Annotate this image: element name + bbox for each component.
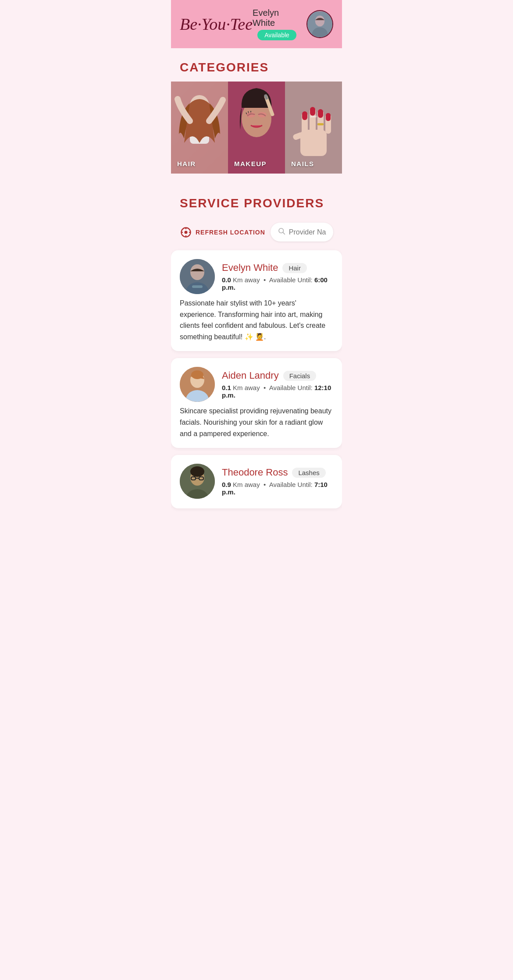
provider-top-aiden: Aiden Landry Facials 0.1 Km away • Avail… [180,367,333,402]
category-makeup-label: MAKEUP [234,160,267,167]
provider-card-evelyn[interactable]: Evelyn White Hair 0.0 Km away • Availabl… [171,250,342,351]
app-logo: Be·You·Tee [180,16,253,32]
service-providers-title: SERVICE PROVIDERS [171,184,342,217]
provider-info-aiden: Aiden Landry Facials 0.1 Km away • Avail… [222,370,333,399]
categories-grid: HAIR [171,82,342,174]
category-nails[interactable]: love NAILS [285,82,342,174]
refresh-location-button[interactable]: REFRESH LOCATION [180,226,265,238]
provider-name-row-aiden: Aiden Landry Facials [222,370,333,381]
provider-meta-evelyn: 0.0 Km away • Available Until: 6:00 p.m. [222,276,333,291]
categories-title: CATEGORIES [171,48,342,82]
provider-info-theodore: Theodore Ross Lashes 0.9 Km away • Avail… [222,467,333,496]
category-hair[interactable]: HAIR [171,82,228,174]
availability-badge: Available [257,30,296,40]
provider-category-evelyn: Hair [282,263,307,273]
svg-rect-19 [302,111,307,120]
provider-name-theodore: Theodore Ross [222,467,288,478]
main-content: CATEGORIES [171,48,342,508]
provider-category-aiden: Facials [283,371,317,381]
provider-avatar-aiden [180,367,215,402]
svg-rect-24 [317,123,324,125]
app-header: Be·You·Tee Evelyn White Available [171,0,342,48]
provider-name-row-theodore: Theodore Ross Lashes [222,467,333,478]
svg-point-40 [191,370,203,379]
provider-name-evelyn: Evelyn White [222,262,278,273]
header-user-info: Evelyn White Available [253,8,301,40]
provider-avatar-theodore [180,464,215,499]
category-nails-label: NAILS [291,160,314,167]
svg-line-32 [283,232,285,234]
provider-meta-aiden: 0.1 Km away • Available Until: 12:10 p.m… [222,384,333,399]
provider-category-theodore: Lashes [292,468,325,478]
location-icon [180,226,192,238]
provider-info-evelyn: Evelyn White Hair 0.0 Km away • Availabl… [222,262,333,291]
search-bar-row: REFRESH LOCATION [171,217,342,250]
svg-rect-36 [192,285,203,288]
svg-rect-21 [318,109,323,118]
provider-meta-theodore: 0.9 Km away • Available Until: 7:10 p.m. [222,481,333,496]
svg-rect-22 [326,113,331,121]
provider-description-aiden: Skincare specialist providing rejuvenati… [180,405,333,439]
provider-card-aiden[interactable]: Aiden Landry Facials 0.1 Km away • Avail… [171,358,342,448]
category-hair-label: HAIR [177,160,196,167]
svg-point-47 [190,466,204,477]
provider-avatar-evelyn [180,259,215,294]
search-icon [278,227,285,237]
svg-point-34 [190,264,204,280]
header-avatar[interactable] [306,10,333,38]
search-input[interactable] [289,228,326,236]
svg-point-26 [185,231,188,234]
svg-point-9 [258,112,267,117]
provider-card-theodore[interactable]: Theodore Ross Lashes 0.9 Km away • Avail… [171,455,342,508]
category-makeup[interactable]: MAKEUP [228,82,285,174]
header-right: Evelyn White Available [253,8,333,40]
provider-name-aiden: Aiden Landry [222,370,279,381]
service-providers-section: SERVICE PROVIDERS REFRESH LOCATION [171,174,342,508]
refresh-location-label: REFRESH LOCATION [196,229,265,236]
header-username: Evelyn White [253,8,301,28]
provider-name-row-evelyn: Evelyn White Hair [222,262,333,273]
provider-top-evelyn: Evelyn White Hair 0.0 Km away • Availabl… [180,259,333,294]
search-input-wrapper [271,223,333,241]
svg-text:love: love [310,114,317,118]
categories-section: CATEGORIES [171,48,342,174]
provider-top-theodore: Theodore Ross Lashes 0.9 Km away • Avail… [180,464,333,499]
provider-description-evelyn: Passionate hair stylist with 10+ years' … [180,298,333,342]
svg-point-1 [315,15,324,26]
svg-point-8 [246,112,255,117]
